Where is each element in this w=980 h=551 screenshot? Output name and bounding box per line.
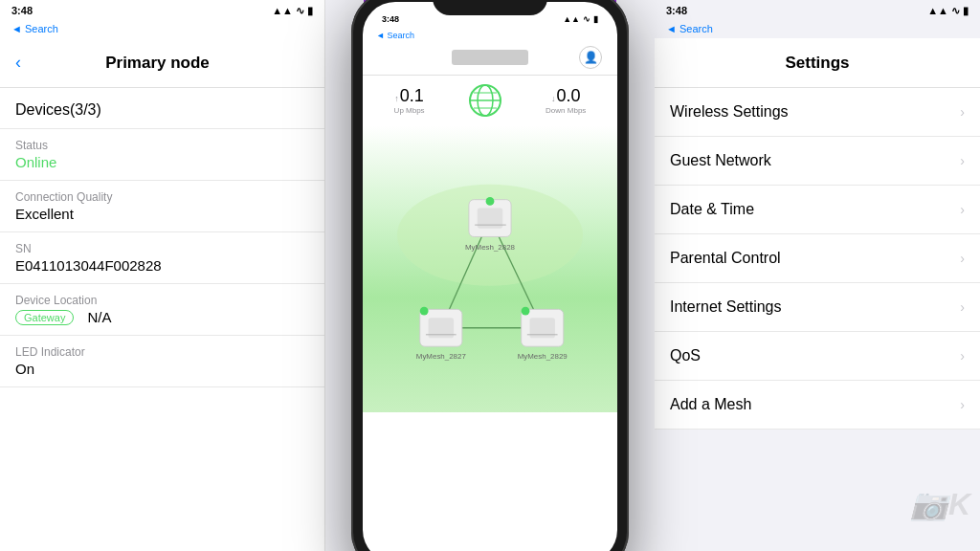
left-back-label[interactable]: ◄ Search	[0, 21, 324, 38]
device-location-row: Gateway N/A	[15, 309, 309, 325]
right-back-label[interactable]: ◄ Search	[655, 21, 980, 38]
download-number: 0.0	[556, 86, 580, 106]
right-battery-icon: ▮	[963, 5, 969, 17]
download-arrow: ↓	[551, 94, 556, 103]
wifi-icon: ∿	[296, 5, 304, 17]
device-location-section: Device Location Gateway N/A	[0, 284, 324, 336]
settings-item-label-internet: Internet Settings	[670, 298, 782, 316]
upload-number: 0.1	[400, 86, 424, 106]
svg-point-17	[420, 307, 429, 316]
left-status-bar: 3:48 ▲▲ ∿ ▮	[0, 0, 324, 21]
phone-status-icons: ▲▲ ∿ ▮	[563, 14, 598, 24]
left-back-arrow[interactable]: ‹	[15, 53, 21, 73]
led-indicator-label: LED Indicator	[15, 345, 309, 359]
phone-signal-icon: ▲▲	[563, 14, 580, 24]
upload-label: Up Mbps	[394, 106, 425, 115]
battery-icon: ▮	[307, 5, 313, 17]
globe-icon	[468, 83, 502, 118]
signal-icon: ▲▲	[272, 5, 293, 16]
svg-point-12	[486, 197, 495, 206]
led-indicator-value: On	[15, 361, 309, 377]
chevron-icon-date: ›	[960, 202, 965, 217]
settings-item-label-wireless: Wireless Settings	[670, 103, 789, 121]
phone-wrapper: 3:48 ▲▲ ∿ ▮ ◄ Search 👤 ↑ 0.1	[351, 0, 629, 551]
devices-row: Devices(3/3)	[0, 88, 324, 129]
phone-frame: 3:48 ▲▲ ∿ ▮ ◄ Search 👤 ↑ 0.1	[351, 0, 629, 551]
settings-item-wireless-settings[interactable]: Wireless Settings ›	[655, 88, 980, 137]
right-status-icons: ▲▲ ∿ ▮	[927, 5, 969, 17]
phone-notch	[433, 0, 547, 15]
left-panel: 3:48 ▲▲ ∿ ▮ ◄ Search ‹ Primary node Devi…	[0, 0, 325, 551]
phone-back-label[interactable]: ◄ Search	[363, 31, 617, 42]
right-wifi-icon: ∿	[951, 5, 960, 17]
sn-value: E0411013044F002828	[15, 257, 309, 274]
settings-item-label-guest: Guest Network	[670, 152, 771, 169]
right-title: Settings	[785, 54, 849, 73]
download-label: Down Mbps	[546, 106, 586, 115]
phone-battery-icon: ▮	[593, 14, 598, 24]
connection-quality-section: Connection Quality Excellent	[0, 181, 324, 232]
right-panel: 3:48 ▲▲ ∿ ▮ ◄ Search Settings Wireless S…	[655, 0, 980, 551]
chevron-icon-parental: ›	[960, 251, 965, 266]
device-location-value: N/A	[87, 309, 111, 325]
chevron-icon-qos: ›	[960, 348, 965, 364]
left-time: 3:48	[11, 5, 33, 16]
status-label: Status	[15, 139, 309, 152]
svg-text:MyMesh_2827: MyMesh_2827	[416, 352, 467, 361]
svg-text:MyMesh_2829: MyMesh_2829	[518, 352, 568, 361]
svg-text:MyMesh_2828: MyMesh_2828	[465, 243, 516, 252]
download-stat: ↓ 0.0 Down Mbps	[546, 86, 586, 115]
mesh-svg: MyMesh_2828 MyMesh_2827 MyMesh_2829	[363, 125, 617, 412]
mesh-container: MyMesh_2828 MyMesh_2827 MyMesh_2829	[363, 125, 617, 412]
settings-item-label-mesh: Add a Mesh	[670, 396, 751, 413]
settings-item-add-mesh[interactable]: Add a Mesh ›	[655, 381, 980, 430]
right-time: 3:48	[666, 5, 687, 16]
right-status-bar-top: 3:48 ▲▲ ∿ ▮	[655, 0, 980, 21]
svg-point-22	[522, 307, 530, 316]
phone-time: 3:48	[382, 14, 399, 24]
upload-arrow: ↑	[394, 94, 399, 103]
settings-item-label-qos: QoS	[670, 347, 701, 364]
settings-item-label-parental: Parental Control	[670, 250, 781, 267]
download-value: ↓ 0.0	[546, 86, 586, 106]
phone-screen: 3:48 ▲▲ ∿ ▮ ◄ Search 👤 ↑ 0.1	[363, 2, 617, 551]
phone-stats: ↑ 0.1 Up Mbps ↓ 0.0	[363, 76, 617, 125]
gateway-badge: Gateway	[15, 310, 74, 325]
settings-list: Wireless Settings › Guest Network › Date…	[655, 88, 980, 551]
device-location-label: Device Location	[15, 294, 309, 307]
status-value: Online	[15, 154, 309, 170]
settings-item-guest-network[interactable]: Guest Network ›	[655, 137, 980, 186]
chevron-icon-wireless: ›	[960, 104, 965, 120]
left-title: Primary node	[29, 54, 286, 73]
settings-item-parental-control[interactable]: Parental Control ›	[655, 234, 980, 283]
upload-value: ↑ 0.1	[394, 86, 425, 106]
chevron-icon-internet: ›	[960, 299, 965, 315]
left-status-icons: ▲▲ ∿ ▮	[272, 5, 313, 17]
upload-stat: ↑ 0.1 Up Mbps	[394, 86, 425, 115]
led-indicator-section: LED Indicator On	[0, 336, 324, 387]
phone-avatar[interactable]: 👤	[579, 46, 602, 69]
chevron-icon-guest: ›	[960, 153, 965, 168]
phone-wifi-icon: ∿	[583, 14, 590, 24]
status-section: Status Online	[0, 129, 324, 181]
settings-item-qos[interactable]: QoS ›	[655, 332, 980, 381]
settings-item-internet-settings[interactable]: Internet Settings ›	[655, 283, 980, 332]
sn-section: SN E0411013044F002828	[0, 232, 324, 284]
connection-quality-value: Excellent	[15, 206, 309, 222]
phone-title-redacted	[452, 50, 528, 65]
sn-label: SN	[15, 242, 309, 255]
settings-item-date-time[interactable]: Date & Time ›	[655, 186, 980, 234]
right-signal-icon: ▲▲	[927, 5, 948, 16]
right-header: Settings	[655, 38, 980, 88]
settings-item-label-date: Date & Time	[670, 201, 754, 218]
knewledge-watermark: 📷K	[910, 486, 970, 522]
left-header: ‹ Primary node	[0, 38, 324, 88]
connection-quality-label: Connection Quality	[15, 190, 309, 204]
phone-header: 👤	[363, 42, 617, 76]
chevron-icon-mesh: ›	[960, 397, 965, 412]
devices-label: Devices(3/3)	[15, 101, 101, 118]
